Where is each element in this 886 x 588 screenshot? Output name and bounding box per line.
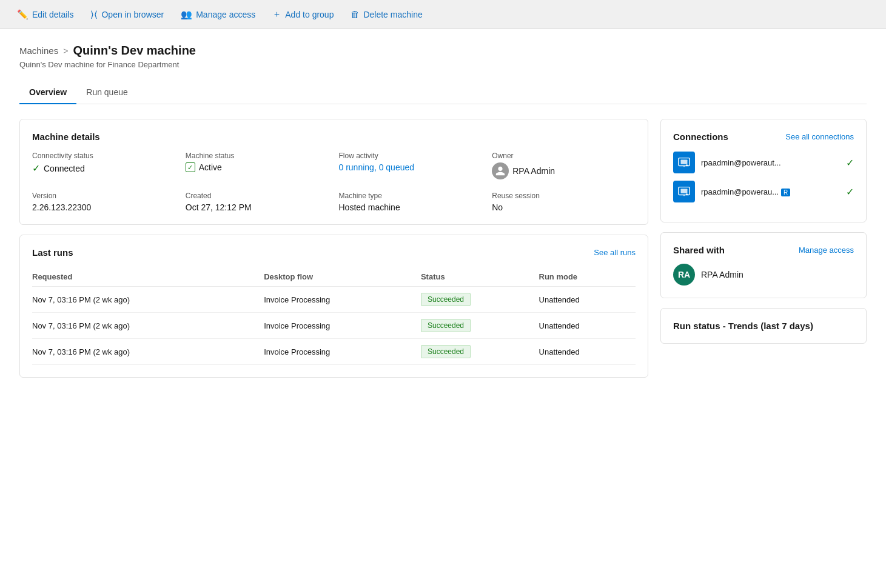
machine-details-title: Machine details [32,132,636,142]
connectivity-value: Connected [44,164,85,173]
machine-type-value: Hosted machine [339,202,483,212]
tab-overview[interactable]: Overview [19,81,76,104]
connection-icon [673,181,695,202]
trends-card: Run status - Trends (last 7 days) [660,308,867,344]
connection-check-icon: ✓ [846,157,854,169]
machine-status-value: Active [199,162,222,172]
open-browser-button[interactable]: ⟩⟨ Open in browser [83,5,171,24]
breadcrumb: Machines > Quinn's Dev machine [19,44,867,58]
svg-point-6 [686,193,688,195]
breadcrumb-separator: > [63,46,68,56]
col-run-mode: Run mode [539,267,636,287]
machine-details-grid: Connectivity status ✓ Connected Machine … [32,152,636,212]
content-right: Connections See all connections rpaadmin… [660,119,867,378]
connection-icon [673,152,695,173]
delete-label: Delete machine [363,10,422,19]
last-runs-card: Last runs See all runs Requested Desktop… [19,235,648,378]
shared-user: RA RPA Admin [673,264,854,286]
active-icon: ✓ [186,162,195,172]
add-to-group-button[interactable]: ＋ Add to group [265,5,341,24]
machine-status: Machine status ✓ Active [186,152,329,179]
see-all-connections-link[interactable]: See all connections [785,132,854,141]
created: Created Oct 27, 12:12 PM [186,192,329,212]
cell-flow: Invoice Processing [264,339,421,365]
version-value: 2.26.123.22300 [32,202,176,212]
connections-card: Connections See all connections rpaadmin… [660,119,867,222]
page-content: Machines > Quinn's Dev machine Quinn's D… [0,29,886,588]
manage-access-link[interactable]: Manage access [799,246,854,255]
cell-status: Succeeded [421,313,539,339]
shared-with-header: Shared with Manage access [673,245,854,255]
connections-title: Connections [673,132,728,142]
trends-title: Run status - Trends (last 7 days) [673,321,854,331]
edit-label: Edit details [32,10,73,19]
see-all-runs-link[interactable]: See all runs [594,248,636,257]
edit-icon: ✏️ [17,9,29,20]
created-value: Oct 27, 12:12 PM [186,202,329,212]
reuse-session: Reuse session No [492,192,636,212]
owner-value: RPA Admin [512,166,555,176]
connections-header: Connections See all connections [673,132,854,142]
delete-machine-button[interactable]: 🗑 Delete machine [343,5,429,23]
cell-mode: Unattended [539,313,636,339]
reuse-value: No [492,202,636,212]
svg-point-2 [686,164,688,166]
flow-activity: Flow activity 0 running, 0 queued [339,152,483,179]
add-group-icon: ＋ [272,8,281,20]
connected-icon: ✓ [32,162,40,174]
connection-badge: R [781,189,790,196]
connection-email: rpaadmin@powerau...R [701,187,840,196]
open-browser-label: Open in browser [101,10,164,19]
table-row: Nov 7, 03:16 PM (2 wk ago) Invoice Proce… [32,287,636,313]
content-layout: Machine details Connectivity status ✓ Co… [19,119,867,378]
manage-access-label: Manage access [196,10,255,19]
col-requested: Requested [32,267,264,287]
toolbar: ✏️ Edit details ⟩⟨ Open in browser 👥 Man… [0,0,886,29]
shared-with-title: Shared with [673,245,725,255]
delete-icon: 🗑 [351,9,360,19]
cell-status: Succeeded [421,339,539,365]
manage-access-icon: 👥 [181,9,192,20]
owner-avatar [492,162,509,179]
connections-list: rpaadmin@poweraut... ✓ rpaadmin@powerau.… [673,152,854,202]
flow-activity-value: 0 running, 0 queued [339,162,483,172]
cell-mode: Unattended [539,339,636,365]
manage-access-toolbar-button[interactable]: 👥 Manage access [173,5,263,24]
col-status: Status [421,267,539,287]
connection-item: rpaadmin@powerau...R ✓ [673,181,854,202]
page-title: Quinn's Dev machine [73,44,196,58]
owner: Owner RPA Admin [492,152,636,179]
cell-status: Succeeded [421,287,539,313]
runs-table-body: Nov 7, 03:16 PM (2 wk ago) Invoice Proce… [32,287,636,365]
connection-check-icon: ✓ [846,186,854,198]
content-left: Machine details Connectivity status ✓ Co… [19,119,648,378]
col-desktop-flow: Desktop flow [264,267,421,287]
cell-mode: Unattended [539,287,636,313]
shared-user-name: RPA Admin [701,270,743,279]
machine-details-card: Machine details Connectivity status ✓ Co… [19,119,648,225]
table-row: Nov 7, 03:16 PM (2 wk ago) Invoice Proce… [32,313,636,339]
last-runs-title: Last runs [32,247,73,258]
cell-requested: Nov 7, 03:16 PM (2 wk ago) [32,339,264,365]
shared-with-card: Shared with Manage access RA RPA Admin [660,232,867,298]
table-row: Nov 7, 03:16 PM (2 wk ago) Invoice Proce… [32,339,636,365]
cell-requested: Nov 7, 03:16 PM (2 wk ago) [32,313,264,339]
version: Version 2.26.123.22300 [32,192,176,212]
connection-email: rpaadmin@poweraut... [701,158,840,167]
cell-flow: Invoice Processing [264,313,421,339]
shared-user-avatar: RA [673,264,695,286]
svg-rect-1 [681,159,688,164]
open-browser-icon: ⟩⟨ [90,9,98,20]
tab-run-queue[interactable]: Run queue [76,81,138,104]
breadcrumb-parent[interactable]: Machines [19,45,58,56]
runs-table-header: Requested Desktop flow Status Run mode [32,267,636,287]
edit-details-button[interactable]: ✏️ Edit details [10,5,81,24]
machine-type: Machine type Hosted machine [339,192,483,212]
runs-table: Requested Desktop flow Status Run mode N… [32,267,636,365]
cell-flow: Invoice Processing [264,287,421,313]
tabs: Overview Run queue [19,81,867,104]
connection-item: rpaadmin@poweraut... ✓ [673,152,854,173]
add-group-label: Add to group [285,10,334,19]
last-runs-header: Last runs See all runs [32,247,636,258]
svg-rect-5 [681,189,688,193]
